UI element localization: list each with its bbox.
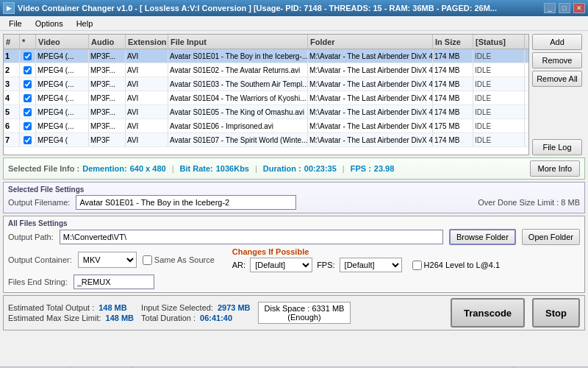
table-row[interactable]: 4 MPEG4 (... MP3F... AVI Avatar S01E04 -… <box>4 91 528 105</box>
cell-folder: M:\Avatar - The Last Airbender DivX 4... <box>308 119 433 132</box>
output-path-input[interactable] <box>60 230 443 244</box>
file-log-button[interactable]: File Log <box>532 139 582 155</box>
same-source-checkbox[interactable] <box>143 255 152 265</box>
cell-folder: M:\Avatar - The Last Airbender DivX 4... <box>308 105 433 118</box>
cell-check[interactable] <box>20 105 36 118</box>
input-size-label: Input Size Selected: <box>141 303 213 312</box>
cell-folder: M:\Avatar - The Last Airbender DivX 4... <box>308 133 433 146</box>
cell-ext: AVI <box>126 91 168 105</box>
disk-space-label: Disk Space : 6331 MB <box>265 304 345 313</box>
fps-select[interactable]: [Default] <box>340 258 402 272</box>
stat-row-duration: Total Duration : 06:41:40 <box>141 314 250 322</box>
cell-check[interactable] <box>20 119 36 132</box>
end-string-label: Files End String: <box>8 277 68 286</box>
cell-check[interactable] <box>20 133 36 146</box>
cell-audio: MP3F... <box>89 63 126 77</box>
h264-checkbox[interactable] <box>412 261 422 270</box>
cell-input: Avatar S01E03 - The Southern Air Templ..… <box>168 77 308 91</box>
menu-help[interactable]: Help <box>71 17 99 30</box>
cell-status: IDLE <box>473 63 525 77</box>
cell-input: Avatar S01E05 - The King of Omashu.avi <box>168 105 308 118</box>
cell-audio: MP3F... <box>89 49 126 63</box>
same-source-label[interactable]: Same As Source <box>143 255 215 265</box>
col-size: In Size <box>433 35 473 49</box>
stat-row-max: Estimated Max Size Limit: 148 MB <box>8 314 134 322</box>
cell-folder: M:\Avatar - The Last Airbender DivX 4... <box>308 77 433 91</box>
maximize-button[interactable]: □ <box>559 3 570 13</box>
transcode-button[interactable]: Transcode <box>451 298 525 328</box>
stop-button[interactable]: Stop <box>532 298 580 328</box>
ar-fps-row: AR: [Default] FPS: [Default] H264 Level … <box>232 258 500 272</box>
table-row[interactable]: 3 MPEG4 (... MP3F... AVI Avatar S01E03 -… <box>4 77 528 91</box>
est-max-value: 148 MB <box>106 314 135 322</box>
cell-num: 2 <box>4 63 20 77</box>
add-button[interactable]: Add <box>532 34 582 50</box>
table-header: # * Video Audio Extension File Input Fol… <box>4 35 528 49</box>
cell-status: IDLE <box>473 133 525 146</box>
cell-status: IDLE <box>473 49 525 63</box>
end-string-input[interactable] <box>74 275 154 289</box>
col-num: # <box>4 35 20 49</box>
dimension-label: Demention: <box>82 164 127 173</box>
cell-input: Avatar S01E02 - The Avatar Returns.avi <box>168 63 308 77</box>
col-input: File Input <box>168 35 308 49</box>
menu-file[interactable]: File <box>3 17 28 30</box>
cell-num: 7 <box>4 133 20 146</box>
more-info-button[interactable]: More Info <box>530 160 580 177</box>
table-row[interactable]: 6 MPEG4 (... MP3F... AVI Avatar S01E06 -… <box>4 119 528 133</box>
est-total-value: 148 MB <box>98 303 127 312</box>
ar-select[interactable]: [Default] <box>250 258 312 272</box>
table-row[interactable]: 2 MPEG4 (... MP3F... AVI Avatar S01E02 -… <box>4 63 528 77</box>
cell-check[interactable] <box>20 49 36 63</box>
minimize-button[interactable]: _ <box>544 3 556 13</box>
cell-video: MPEG4 (... <box>36 119 89 132</box>
cell-check[interactable] <box>20 91 36 105</box>
cell-num: 1 <box>4 49 20 63</box>
cell-video: MPEG4 (... <box>36 91 89 105</box>
disk-enough: (Enough) <box>265 313 345 322</box>
cell-size: 174 MB <box>433 77 473 91</box>
stat-row-total: Estimated Total Output : 148 MB <box>8 303 134 312</box>
input-size-value: 2973 MB <box>218 303 251 312</box>
cell-size: 174 MB <box>433 49 473 63</box>
col-ext: Extension <box>126 35 168 49</box>
cell-check[interactable] <box>20 63 36 77</box>
container-row: Output Container: MKV AVI MP4 MOV Same A… <box>8 247 580 272</box>
table-row[interactable]: 5 MPEG4 (... MP3F... AVI Avatar S01E05 -… <box>4 105 528 119</box>
total-duration-value: 06:41:40 <box>200 314 232 322</box>
dimension-value: 640 x 480 <box>130 164 166 173</box>
close-button[interactable]: ✕ <box>573 3 585 13</box>
browse-folder-button[interactable]: Browse Folder <box>449 229 516 245</box>
cell-ext: AVI <box>126 133 168 146</box>
cell-video: MPEG4 ( <box>36 133 89 146</box>
total-duration-label: Total Duration : <box>141 314 196 322</box>
cell-audio: MP3F... <box>89 91 126 105</box>
remove-all-button[interactable]: Remove All <box>532 71 582 87</box>
cell-ext: AVI <box>126 105 168 118</box>
cell-size: 174 MB <box>433 63 473 77</box>
open-folder-button[interactable]: Open Folder <box>522 229 580 245</box>
table-row[interactable]: 1 MPEG4 (... MP3F... AVI Avatar S01E01 -… <box>4 49 528 63</box>
cell-num: 6 <box>4 119 20 132</box>
col-status: [Status] <box>473 35 525 49</box>
output-filename-input[interactable] <box>76 195 296 210</box>
all-files-title: All Files Settings <box>8 219 580 227</box>
table-row[interactable]: 7 MPEG4 ( MP3F AVI Avatar S01E07 - The S… <box>4 133 528 147</box>
menu-options[interactable]: Options <box>29 17 69 30</box>
fps-label2: FPS: <box>317 261 334 269</box>
cell-folder: M:\Avatar - The Last Airbender DivX 4... <box>308 63 433 77</box>
stat-col-left: Estimated Total Output : 148 MB Estimate… <box>8 303 134 322</box>
container-select[interactable]: MKV AVI MP4 MOV <box>78 252 137 268</box>
col-audio: Audio <box>89 35 126 49</box>
fps-value: 23.98 <box>374 164 395 173</box>
disk-space-box: Disk Space : 6331 MB (Enough) <box>258 302 351 324</box>
over-done-label: Over Done Size Limit : 8 MB <box>478 198 580 207</box>
output-filename-label: Output Filename: <box>8 198 70 207</box>
h264-label[interactable]: H264 Level to L@4.1 <box>412 261 501 270</box>
cell-status: IDLE <box>473 91 525 105</box>
cell-check[interactable] <box>20 77 36 91</box>
cell-input: Avatar S01E06 - Imprisoned.avi <box>168 119 308 132</box>
cell-video: MPEG4 (... <box>36 105 89 118</box>
file-settings-title: Selected File Settings <box>8 185 580 194</box>
remove-button[interactable]: Remove <box>532 52 582 68</box>
